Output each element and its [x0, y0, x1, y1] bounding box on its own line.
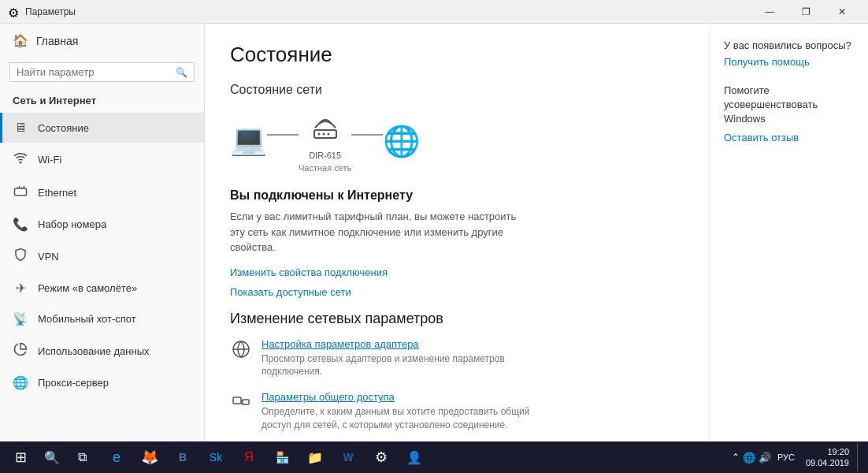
sidebar-item-proxy[interactable]: 🌐 Прокси-сервер	[0, 367, 204, 398]
sidebar-home[interactable]: 🏠 Главная	[0, 24, 204, 58]
svg-rect-2	[314, 130, 336, 138]
airplane-icon: ✈	[13, 281, 28, 296]
router-icon	[306, 110, 344, 147]
svg-point-0	[20, 162, 21, 163]
sharing-icon	[230, 393, 252, 416]
taskbar-app-avatar[interactable]: 👤	[399, 443, 430, 471]
titlebar-title: Параметры	[25, 6, 751, 17]
laptop-icon: 💻	[230, 122, 267, 157]
network-status-title: Состояние сети	[230, 83, 685, 97]
status-icon: 🖥	[13, 121, 28, 135]
taskbar-app-yandex[interactable]: Я	[233, 443, 265, 471]
help-link[interactable]: Получить помощь	[724, 56, 855, 68]
maximize-button[interactable]: ❐	[788, 0, 824, 24]
sidebar-search[interactable]: 🔍	[9, 62, 195, 82]
laptop-device: 💻	[230, 122, 267, 160]
sidebar-item-datausage[interactable]: Использование данных	[0, 334, 204, 367]
sidebar-item-label-ethernet: Ethernet	[38, 187, 76, 199]
taskbar-language: РУС	[777, 453, 795, 462]
link-change-props[interactable]: Изменить свойства подключения	[230, 266, 685, 278]
sidebar-item-vpn[interactable]: VPN	[0, 240, 204, 273]
taskbar-tray: ⌃ 🌐 🔊 РУС	[732, 452, 798, 464]
show-desktop-button[interactable]	[857, 443, 863, 471]
taskbar-date: 09.04.2019	[806, 457, 849, 468]
taskbar-network-icon: 🌐	[743, 452, 755, 464]
adapter-icon	[230, 340, 252, 363]
taskbar-app-settings[interactable]: ⚙	[365, 443, 397, 471]
sidebar-item-airplane[interactable]: ✈ Режим «в самолёте»	[0, 273, 204, 304]
wifi-icon	[13, 151, 28, 168]
sidebar-item-label-hotspot: Мобильный хот-спот	[38, 313, 136, 325]
connected-title: Вы подключены к Интернету	[230, 188, 685, 203]
taskbar-search[interactable]: 🔍	[38, 443, 66, 471]
taskbar-time: 19:20	[806, 446, 849, 457]
sidebar-item-label-airplane: Режим «в самолёте»	[38, 282, 137, 294]
app-icon: ⚙	[8, 6, 20, 18]
router-device: DIR-615 Частная сеть	[299, 110, 351, 173]
taskbar-clock[interactable]: 19:20 09.04.2019	[799, 446, 855, 469]
globe-device: 🌐	[383, 124, 420, 158]
connected-desc: Если у вас лимитный тарифный план, вы мо…	[230, 209, 529, 255]
adapter-title[interactable]: Настройка параметров адаптера	[262, 338, 685, 350]
help-title: У вас появились вопросы?	[724, 39, 855, 51]
svg-rect-9	[243, 400, 249, 404]
dialup-icon: 📞	[13, 217, 28, 232]
router-sublabel: Частная сеть	[299, 163, 351, 173]
search-input[interactable]	[17, 66, 176, 78]
sidebar-item-label-datausage: Использование данных	[38, 345, 150, 357]
svg-point-5	[327, 133, 329, 136]
network-diagram: 💻 DIR-615	[230, 110, 685, 173]
taskbar-task-view[interactable]: ⧉	[68, 443, 96, 471]
taskbar-app-word[interactable]: W	[332, 443, 364, 471]
ethernet-icon	[13, 184, 28, 201]
home-icon: 🏠	[13, 33, 28, 48]
app-body: 🏠 Главная 🔍 Сеть и Интернет 🖥 Состояние …	[0, 24, 868, 441]
globe-icon: 🌐	[383, 124, 420, 158]
titlebar: ⚙ Параметры — ❐ ✕	[0, 0, 868, 24]
minimize-button[interactable]: —	[751, 0, 788, 24]
taskbar-app-folder[interactable]: 📁	[299, 443, 331, 471]
taskbar-app-browser[interactable]: 🦊	[134, 443, 165, 471]
svg-point-3	[317, 133, 320, 136]
svg-point-4	[322, 133, 325, 136]
sharing-title[interactable]: Параметры общего доступа	[262, 391, 685, 403]
proxy-icon: 🌐	[13, 375, 28, 390]
sidebar-item-dialup[interactable]: 📞 Набор номера	[0, 209, 204, 240]
sidebar-item-label-wifi: Wi-Fi	[38, 154, 61, 166]
adapter-content: Настройка параметров адаптера Просмотр с…	[262, 338, 685, 379]
start-button[interactable]: ⊞	[5, 443, 36, 471]
taskbar-apps: e 🦊 В Sk Я 🏪 📁 W ⚙ 👤	[101, 443, 430, 471]
change-section-title: Изменение сетевых параметров	[230, 311, 685, 327]
feedback-link[interactable]: Оставить отзыв	[724, 132, 855, 143]
sidebar-home-label: Главная	[36, 35, 78, 47]
sidebar-item-label-dialup: Набор номера	[38, 218, 106, 230]
link-show-networks[interactable]: Показать доступные сети	[230, 286, 685, 298]
sidebar-item-label-vpn: VPN	[38, 251, 59, 263]
svg-rect-1	[15, 188, 27, 196]
feedback-title: Помогите усовершенствовать Windows	[724, 84, 855, 127]
taskbar-app-skype[interactable]: Sk	[200, 443, 232, 471]
taskbar-app-edge[interactable]: e	[101, 443, 132, 471]
svg-rect-8	[233, 397, 241, 404]
hotspot-icon: 📡	[13, 311, 28, 326]
taskbar-tray-arrow[interactable]: ⌃	[732, 452, 740, 463]
adapter-desc: Просмотр сетевых адаптеров и изменение п…	[262, 352, 545, 379]
taskbar-app-vk[interactable]: В	[167, 443, 198, 471]
sidebar-item-hotspot[interactable]: 📡 Мобильный хот-спот	[0, 304, 204, 334]
taskbar-app-store[interactable]: 🏪	[266, 443, 298, 471]
close-button[interactable]: ✕	[824, 0, 860, 24]
sidebar: 🏠 Главная 🔍 Сеть и Интернет 🖥 Состояние …	[0, 24, 205, 441]
main-panel: Состояние Состояние сети 💻	[205, 24, 710, 441]
router-name: DIR-615	[309, 151, 341, 160]
net-line-2	[351, 134, 383, 136]
sidebar-item-ethernet[interactable]: Ethernet	[0, 176, 204, 209]
page-title: Состояние	[230, 43, 685, 67]
search-icon: 🔍	[176, 67, 187, 78]
sidebar-item-label-proxy: Прокси-сервер	[38, 377, 109, 389]
sidebar-item-wifi[interactable]: Wi-Fi	[0, 143, 204, 176]
sidebar-item-label-status: Состояние	[38, 122, 89, 134]
taskbar-volume-icon: 🔊	[759, 452, 771, 464]
right-panel: У вас появились вопросы? Получить помощь…	[710, 24, 868, 441]
sidebar-section-title: Сеть и Интернет	[0, 90, 204, 113]
sidebar-item-status[interactable]: 🖥 Состояние	[0, 113, 204, 143]
